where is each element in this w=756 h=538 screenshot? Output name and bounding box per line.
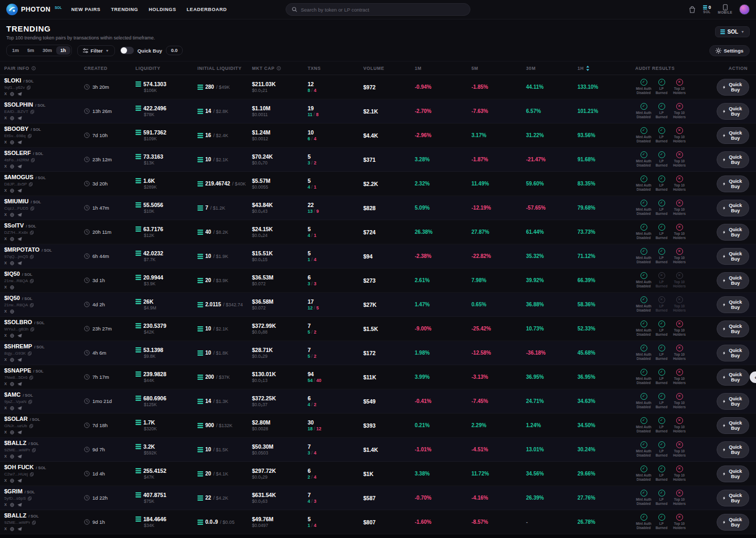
token-symbol[interactable]: $SOLERF bbox=[4, 150, 31, 157]
copy-icon[interactable] bbox=[30, 472, 34, 477]
copy-icon[interactable] bbox=[28, 134, 32, 138]
x-icon[interactable]: X bbox=[4, 164, 7, 169]
copy-icon[interactable] bbox=[29, 424, 33, 428]
col-created[interactable]: CREATED bbox=[84, 66, 135, 71]
timeframe-tab-5m[interactable]: 5m bbox=[23, 46, 38, 55]
x-icon[interactable]: X bbox=[4, 478, 7, 483]
website-icon[interactable] bbox=[10, 261, 14, 265]
col-volume[interactable]: VOLUME bbox=[363, 66, 415, 71]
website-icon[interactable] bbox=[10, 382, 14, 386]
cart-icon[interactable] bbox=[688, 6, 696, 14]
table-row[interactable]: $SolTV / SOL DZ7H...Kx8x X 20h 11m 63.71… bbox=[0, 220, 756, 244]
copy-icon[interactable] bbox=[30, 231, 34, 235]
col-pair-info[interactable]: PAIR INFO bbox=[4, 66, 84, 71]
x-icon[interactable]: X bbox=[4, 309, 7, 314]
copy-icon[interactable] bbox=[28, 400, 32, 404]
token-symbol[interactable]: $SOLBRO bbox=[4, 319, 32, 326]
quick-buy-button[interactable]: Quick Buy bbox=[717, 200, 749, 216]
copy-icon[interactable] bbox=[30, 110, 34, 114]
quick-buy-button[interactable]: Quick Buy bbox=[717, 272, 749, 289]
telegram-icon[interactable] bbox=[17, 261, 22, 265]
brand[interactable]: PHOTON SOL bbox=[6, 4, 62, 15]
website-icon[interactable] bbox=[10, 430, 14, 434]
table-row[interactable]: $BOOBY / SOL EtSv...698q X 7d 10h 591.73… bbox=[0, 123, 756, 148]
website-icon[interactable] bbox=[10, 309, 14, 314]
col-initial-liquidity[interactable]: INITIAL LIQUIDITY bbox=[197, 66, 252, 71]
telegram-icon[interactable] bbox=[17, 479, 22, 483]
col-txns[interactable]: TXNS bbox=[308, 66, 363, 71]
x-icon[interactable]: X bbox=[4, 188, 7, 193]
quick-buy-button[interactable]: Quick Buy bbox=[717, 151, 749, 168]
quick-buy-button[interactable]: Quick Buy bbox=[717, 320, 749, 337]
telegram-icon[interactable] bbox=[17, 527, 22, 531]
chain-selector[interactable]: SOL ▼ bbox=[715, 26, 750, 37]
telegram-icon[interactable] bbox=[17, 92, 22, 96]
copy-icon[interactable] bbox=[30, 206, 34, 211]
search-input[interactable] bbox=[301, 7, 464, 13]
col-1h[interactable]: 1H bbox=[578, 66, 635, 71]
telegram-icon[interactable] bbox=[17, 382, 22, 386]
nav-item-leaderboard[interactable]: LEADERBOARD bbox=[187, 7, 227, 12]
x-icon[interactable]: X bbox=[4, 526, 7, 531]
table-row[interactable]: $AMC / SOL 9jaZ...VpaN X 1mo 21d 680.690… bbox=[0, 389, 756, 413]
table-row[interactable]: $BALLZ / SOL 9ZME...wWPr X 9d 1h 184.464… bbox=[0, 510, 756, 534]
table-row[interactable]: $AMOGUS / SOL D8JP...8x5P X 3d 20h 1.6K … bbox=[0, 172, 756, 196]
website-icon[interactable] bbox=[10, 503, 14, 507]
token-symbol[interactable]: $MIUMIU bbox=[4, 198, 28, 205]
copy-icon[interactable] bbox=[27, 86, 30, 90]
quick-buy-button[interactable]: Quick Buy bbox=[717, 345, 749, 361]
token-symbol[interactable]: $LOKI bbox=[4, 77, 21, 85]
table-row[interactable]: $GRIM / SOL 5yfD...s6pS X 1d 22h 407.875… bbox=[0, 486, 756, 510]
nav-item-holdings[interactable]: HOLDINGS bbox=[149, 7, 176, 12]
table-row[interactable]: $IQ50 / SOL 21rw...R8QA X 3d 1h 20.9944 … bbox=[0, 268, 756, 293]
website-icon[interactable] bbox=[10, 479, 14, 483]
table-row[interactable]: $hodan / SOL X 7.4K bbox=[0, 534, 756, 538]
x-icon[interactable]: X bbox=[4, 454, 7, 459]
token-symbol[interactable]: $SOLAR bbox=[4, 416, 28, 423]
telegram-icon[interactable] bbox=[17, 189, 22, 193]
quick-buy-toggle[interactable] bbox=[120, 47, 134, 54]
x-icon[interactable]: X bbox=[4, 116, 7, 120]
token-symbol[interactable]: $SOLPHIN bbox=[4, 101, 33, 109]
token-symbol[interactable]: $SolTV bbox=[4, 222, 24, 230]
col-liquidity[interactable]: LIQUIDITY bbox=[135, 66, 197, 71]
website-icon[interactable] bbox=[10, 213, 14, 217]
telegram-icon[interactable] bbox=[17, 358, 22, 362]
x-icon[interactable]: X bbox=[4, 261, 7, 265]
website-icon[interactable] bbox=[10, 454, 14, 459]
quick-buy-button[interactable]: Quick Buy bbox=[717, 224, 749, 241]
copy-icon[interactable] bbox=[29, 376, 33, 380]
filter-button[interactable]: Filter ▼ bbox=[77, 45, 115, 56]
telegram-icon[interactable] bbox=[17, 430, 22, 434]
token-symbol[interactable]: $SNAPPE bbox=[4, 367, 31, 375]
token-symbol[interactable]: $IQ50 bbox=[4, 295, 20, 302]
table-row[interactable]: $IQ50 / SOL 21rw...R8QA X 4d 2h 26K $4.9… bbox=[0, 293, 756, 317]
table-row[interactable]: $MIUMIU / SOL CqzJ...FUD5 X 1h 47m 55.50… bbox=[0, 196, 756, 220]
quick-buy-amount[interactable]: 0.0 bbox=[166, 46, 183, 55]
table-row[interactable]: $LOKI / SOL 9qf1...y62v X 3h 20m 574.130… bbox=[0, 75, 756, 99]
quick-buy-button[interactable]: Quick Buy bbox=[717, 296, 749, 313]
col-5m[interactable]: 5M bbox=[471, 66, 526, 71]
copy-icon[interactable] bbox=[32, 521, 36, 525]
token-symbol[interactable]: $AMOGUS bbox=[4, 174, 34, 181]
search-bar[interactable] bbox=[286, 3, 470, 16]
website-icon[interactable] bbox=[10, 189, 14, 193]
col-30m[interactable]: 30M bbox=[526, 66, 578, 71]
timeframe-tab-1m[interactable]: 1m bbox=[8, 46, 23, 55]
copy-icon[interactable] bbox=[28, 351, 32, 356]
copy-icon[interactable] bbox=[30, 279, 34, 283]
website-icon[interactable] bbox=[10, 116, 14, 120]
col-1m[interactable]: 1M bbox=[415, 66, 471, 71]
x-icon[interactable]: X bbox=[4, 212, 7, 217]
sol-balance[interactable]: 0 SOL bbox=[703, 5, 711, 14]
token-symbol[interactable]: $GRIM bbox=[4, 488, 23, 495]
website-icon[interactable] bbox=[10, 140, 14, 144]
website-icon[interactable] bbox=[10, 406, 14, 410]
table-row[interactable]: $SHREMP / SOL 8qjy...G93K X 4h 6m 53.139… bbox=[0, 341, 756, 365]
website-icon[interactable] bbox=[10, 334, 14, 338]
website-icon[interactable] bbox=[10, 358, 14, 362]
telegram-icon[interactable] bbox=[17, 164, 22, 169]
telegram-icon[interactable] bbox=[17, 454, 22, 459]
telegram-icon[interactable] bbox=[17, 334, 22, 338]
token-symbol[interactable]: $BOOBY bbox=[4, 126, 28, 133]
